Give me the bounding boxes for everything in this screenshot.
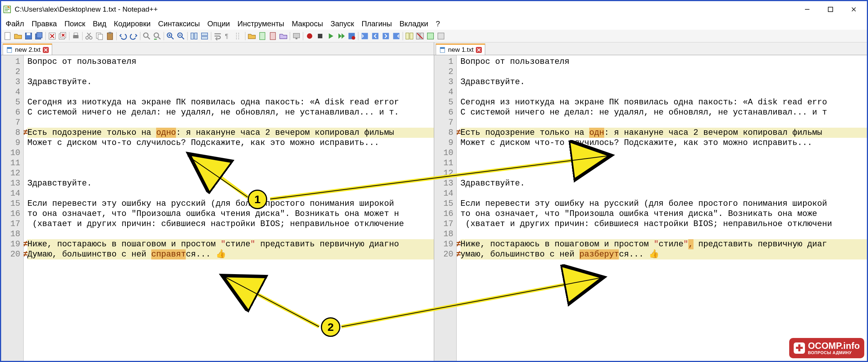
code-line[interactable]: Если перевести эту ошибку на русский (дл… [27, 199, 434, 209]
tab-right[interactable]: new 1.txt [436, 44, 485, 55]
cut-button[interactable] [84, 31, 94, 41]
code-line[interactable]: Вопрос от пользователя [460, 57, 867, 67]
compare-last-button[interactable] [391, 31, 401, 41]
menu-tabs[interactable]: Вкладки [396, 19, 431, 29]
nav-bar-button[interactable] [426, 31, 435, 41]
code-line[interactable] [27, 118, 434, 128]
menu-syntax[interactable]: Синтаксисы [155, 19, 203, 29]
code-line[interactable] [460, 168, 867, 178]
menu-search[interactable]: Поиск [62, 19, 88, 29]
code-line[interactable]: Вопрос от пользователя [27, 57, 434, 67]
minimize-button[interactable] [796, 2, 819, 17]
editor-left[interactable]: 1234567891011121314151617181920 Вопрос о… [1, 55, 434, 361]
new-file-button[interactable] [3, 31, 12, 41]
menu-view[interactable]: Вид [90, 19, 109, 29]
compare-button[interactable] [405, 31, 414, 41]
code-line[interactable]: ≠умаю, большинство с ней разберутся... 👍 [460, 249, 867, 259]
code-line[interactable]: Если перевести эту ошибку на русский (дл… [460, 199, 867, 209]
save-all-button[interactable] [34, 31, 44, 41]
code-line[interactable]: Сегодня из ниоткуда на экране ПК появила… [27, 97, 434, 107]
code-line[interactable] [460, 158, 867, 168]
stop-macro-button[interactable] [315, 31, 325, 41]
code-line[interactable] [460, 87, 867, 97]
maximize-button[interactable] [819, 2, 842, 17]
menu-macro[interactable]: Макросы [289, 19, 326, 29]
code-line[interactable]: ≠Есть подозрение только на одно: я накан… [27, 128, 434, 138]
find-button[interactable] [142, 31, 152, 41]
wordwrap-button[interactable] [213, 31, 223, 41]
tab-left[interactable]: new 2.txt [3, 44, 52, 55]
record-macro-button[interactable] [305, 31, 314, 41]
folder-workspace-button[interactable] [278, 31, 288, 41]
code-line[interactable] [27, 158, 434, 168]
menu-edit[interactable]: Правка [29, 19, 60, 29]
code-line[interactable] [27, 168, 434, 178]
code-line[interactable] [460, 189, 867, 199]
compare-prev-button[interactable] [370, 31, 380, 41]
menu-plugins[interactable]: Плагины [358, 19, 395, 29]
menu-tools[interactable]: Инструменты [235, 19, 287, 29]
code-line[interactable] [27, 148, 434, 158]
zoom-in-button[interactable] [165, 31, 175, 41]
close-button[interactable] [842, 2, 865, 17]
code-line[interactable] [460, 118, 867, 128]
copy-button[interactable] [95, 31, 104, 41]
code-line[interactable]: Может с диском что-то случилось? Подскаж… [460, 138, 867, 148]
code-line[interactable] [27, 87, 434, 97]
menu-file[interactable]: Файл [3, 19, 27, 29]
doc-map-button[interactable] [257, 31, 267, 41]
code-line[interactable]: ≠Ниже, постараюсь в пошаговом и простом … [27, 239, 434, 249]
menu-help[interactable]: ? [433, 19, 443, 29]
clear-compare-button[interactable] [415, 31, 425, 41]
code-line[interactable]: то она означает, что "Произошла ошибка ч… [27, 209, 434, 219]
indent-guide-button[interactable] [234, 31, 244, 41]
tab-close-icon[interactable] [43, 47, 49, 53]
code-line[interactable] [27, 189, 434, 199]
sync-v-button[interactable] [189, 31, 199, 41]
code-line[interactable]: С системой ничего не делал: не удалял, н… [460, 107, 867, 118]
code-line[interactable]: ≠Ниже, постараюсь в пошаговом и простом … [460, 239, 867, 249]
code-line[interactable]: Здравствуйте. [460, 178, 867, 189]
code-line[interactable]: ≠Думаю, большинство с ней справятся... 👍 [27, 249, 434, 259]
code-line[interactable]: Здравствуйте. [460, 77, 867, 87]
open-file-button[interactable] [13, 31, 23, 41]
code-line[interactable]: С системой ничего не делал: не удалял, н… [27, 107, 434, 118]
code-line[interactable]: то она означает, что "Произошла ошибка ч… [460, 209, 867, 219]
code-line[interactable] [460, 229, 867, 239]
function-list-button[interactable] [268, 31, 278, 41]
zoom-out-button[interactable] [176, 31, 186, 41]
save-macro-button[interactable] [347, 31, 357, 41]
replace-button[interactable] [152, 31, 162, 41]
code-line[interactable]: Сегодня из ниоткуда на экране ПК появила… [460, 97, 867, 107]
show-all-chars-button[interactable]: ¶ [223, 31, 233, 41]
folder-view-button[interactable] [247, 31, 257, 41]
close-file-button[interactable] [47, 31, 57, 41]
code-line[interactable]: Здравствуйте. [27, 77, 434, 87]
play-macro-button[interactable] [326, 31, 335, 41]
monitor-button[interactable] [292, 31, 301, 41]
menu-encoding[interactable]: Кодировки [111, 19, 153, 29]
code-line[interactable]: Здравствуйте. [27, 178, 434, 189]
menu-options[interactable]: Опции [205, 19, 233, 29]
sync-h-button[interactable] [200, 31, 209, 41]
code-line[interactable] [460, 67, 867, 77]
editor-right[interactable]: 1234567891011121314151617181920 Вопрос о… [434, 55, 867, 361]
code-line[interactable]: Может с диском что-то случилось? Подскаж… [27, 138, 434, 148]
code-line[interactable]: (хватает и других причин: сбившиеся наст… [27, 219, 434, 229]
code-line[interactable]: (хватает и других причин: сбившиеся наст… [460, 219, 867, 229]
tab-close-icon[interactable] [476, 47, 482, 53]
close-all-button[interactable] [58, 31, 68, 41]
save-button[interactable] [24, 31, 33, 41]
compare-first-button[interactable] [360, 31, 370, 41]
code-line[interactable] [460, 148, 867, 158]
code-line[interactable] [27, 67, 434, 77]
code-line[interactable]: ≠Есть подозрение только на одн: я накану… [460, 128, 867, 138]
options-button[interactable] [436, 31, 446, 41]
compare-next-button[interactable] [381, 31, 391, 41]
print-button[interactable] [71, 31, 81, 41]
code-area[interactable]: Вопрос от пользователяЗдравствуйте.Сегод… [24, 55, 434, 361]
code-line[interactable] [27, 229, 434, 239]
code-area[interactable]: Вопрос от пользователяЗдравствуйте.Сегод… [457, 55, 867, 361]
undo-button[interactable] [118, 31, 128, 41]
play-multi-button[interactable] [336, 31, 346, 41]
